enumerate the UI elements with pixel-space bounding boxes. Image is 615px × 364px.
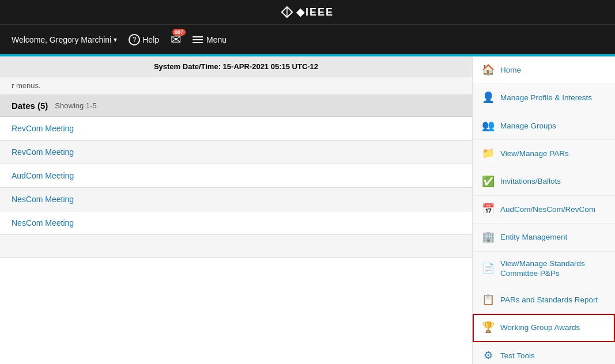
sidebar: 🏠 Home 👤 Manage Profile & Interests 👥 Ma… xyxy=(472,56,615,364)
sidebar-label-test-tools: Test Tools xyxy=(500,351,535,361)
sidebar-item-manage-profile[interactable]: 👤 Manage Profile & Interests xyxy=(473,84,615,112)
help-icon: ? xyxy=(129,34,140,46)
list-item[interactable]: RevCom Meeting xyxy=(0,141,472,164)
ieee-logo: ◆IEEE xyxy=(281,6,334,18)
list-item[interactable]: NesCom Meeting xyxy=(0,188,472,211)
empty-row xyxy=(0,235,472,258)
notification-bell[interactable]: ✉ 887 xyxy=(171,32,181,47)
welcome-button[interactable]: Welcome, Gregory Marchini xyxy=(12,35,117,44)
help-button[interactable]: ? Help xyxy=(129,34,159,46)
sidebar-item-pars-standards-report[interactable]: 📋 PARs and Standards Report xyxy=(473,286,615,314)
hamburger-icon xyxy=(193,36,203,43)
folder-icon: 📁 xyxy=(482,147,495,160)
sidebar-item-view-manage-pars[interactable]: 📁 View/Manage PARs xyxy=(473,140,615,168)
list-item[interactable]: NesCom Meeting xyxy=(0,211,472,235)
list-item[interactable]: AudCom Meeting xyxy=(0,164,472,188)
building-icon: 🏢 xyxy=(482,230,495,244)
sidebar-item-invitations-ballots[interactable]: ✅ Invitations/Ballots xyxy=(473,168,615,196)
sidebar-label-manage-groups: Manage Groups xyxy=(500,121,556,131)
sidebar-item-view-manage-standards[interactable]: 📄 View/Manage Standards Committee P&Ps xyxy=(473,252,615,286)
sidebar-label-view-manage-standards: View/Manage Standards Committee P&Ps xyxy=(500,259,606,279)
system-datetime: System Date/Time: 15-APR-2021 05:15 UTC-… xyxy=(0,56,472,77)
list-item[interactable]: RevCom Meeting xyxy=(0,117,472,141)
person-icon: 👤 xyxy=(482,91,495,104)
sidebar-label-manage-profile: Manage Profile & Interests xyxy=(500,93,592,103)
sidebar-label-working-group-awards: Working Group Awards xyxy=(500,323,580,333)
main-layout: System Date/Time: 15-APR-2021 05:15 UTC-… xyxy=(0,56,615,364)
sidebar-label-entity-management: Entity Management xyxy=(500,232,567,242)
clipboard-icon: 📋 xyxy=(482,293,495,306)
sidebar-label-view-manage-pars: View/Manage PARs xyxy=(500,149,569,159)
top-bar: ◆IEEE xyxy=(0,0,615,24)
dates-title: Dates (5) xyxy=(12,101,48,111)
trophy-icon: 🏆 xyxy=(482,321,495,334)
sidebar-item-test-tools[interactable]: ⚙ Test Tools xyxy=(473,342,615,364)
sidebar-item-working-group-awards[interactable]: 🏆 Working Group Awards xyxy=(473,314,615,342)
sidebar-item-manage-groups[interactable]: 👥 Manage Groups xyxy=(473,112,615,140)
dates-header: Dates (5) Showing 1-5 xyxy=(0,95,472,117)
gear-icon: ⚙ xyxy=(482,349,495,362)
sidebar-label-invitations-ballots: Invitations/Ballots xyxy=(500,176,561,187)
header: Welcome, Gregory Marchini ? Help ✉ 887 M… xyxy=(0,24,615,54)
sidebar-item-audcom-nescom-revcom[interactable]: 📅 AudCom/NesCom/RevCom xyxy=(473,196,615,223)
menu-label: Menu xyxy=(206,35,227,44)
group-icon: 👥 xyxy=(482,119,495,132)
ieee-diamond-icon xyxy=(281,6,293,18)
sidebar-label-pars-standards-report: PARs and Standards Report xyxy=(500,295,598,305)
calendar-icon: 📅 xyxy=(482,203,495,216)
check-icon: ✅ xyxy=(482,175,495,188)
help-label: Help xyxy=(142,35,159,44)
notification-badge: 887 xyxy=(172,29,186,36)
content-area: System Date/Time: 15-APR-2021 05:15 UTC-… xyxy=(0,56,472,364)
ieee-text: ◆IEEE xyxy=(296,6,334,18)
sidebar-item-entity-management[interactable]: 🏢 Entity Management xyxy=(473,223,615,251)
dates-showing: Showing 1-5 xyxy=(55,101,96,110)
sidebar-label-home: Home xyxy=(500,65,521,75)
document-icon: 📄 xyxy=(482,262,495,275)
home-icon: 🏠 xyxy=(482,63,495,77)
sidebar-label-audcom-nescom-revcom: AudCom/NesCom/RevCom xyxy=(500,204,595,215)
menu-button[interactable]: Menu xyxy=(193,35,227,44)
sidebar-item-home[interactable]: 🏠 Home xyxy=(473,56,615,84)
welcome-text: Welcome, Gregory Marchini xyxy=(12,35,111,44)
partial-text: r menus. xyxy=(0,77,472,95)
